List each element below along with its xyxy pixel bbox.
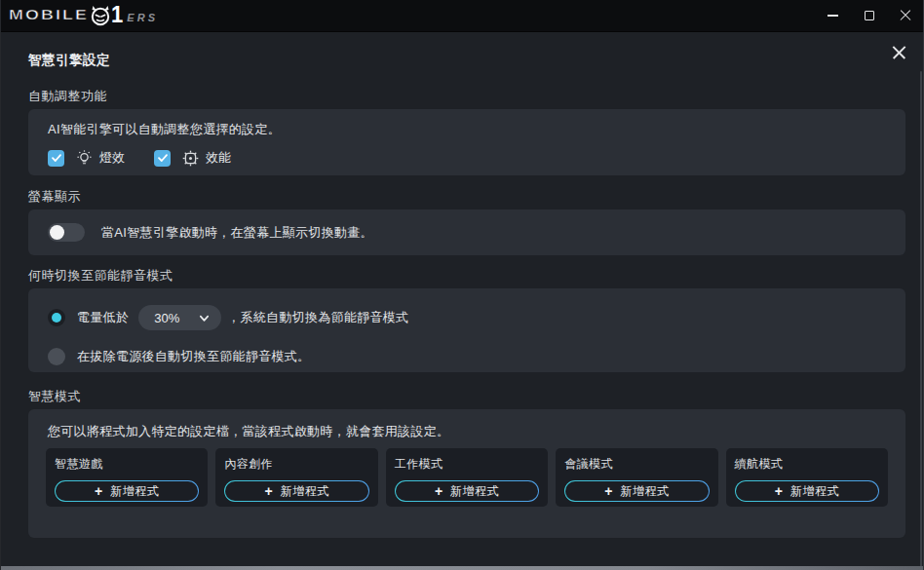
app-window: MOBILE 1 ERS 智慧引擎設定 — [0, 0, 924, 570]
card-content-creation: 內容創作 + 新增程式 — [215, 448, 377, 507]
add-program-label: 新增程式 — [110, 483, 159, 500]
auto-adjust-description: AI智能引擎可以自動調整您選擇的設定。 — [48, 121, 886, 137]
dialog-close-button[interactable] — [889, 43, 908, 62]
close-icon — [900, 10, 911, 21]
card-title: 內容創作 — [224, 456, 368, 473]
plus-icon: + — [604, 484, 612, 498]
battery-threshold-option: 電量低於 30% ，系統自動切換為節能靜音模式 — [48, 305, 886, 330]
add-program-label: 新增程式 — [281, 483, 329, 500]
chevron-down-icon — [198, 312, 211, 324]
card-smart-gaming: 智慧遊戲 + 新增程式 — [46, 448, 208, 507]
devil-face-icon — [88, 3, 113, 28]
maximize-button[interactable] — [851, 0, 887, 32]
performance-gear-icon — [182, 150, 199, 167]
plus-icon: + — [95, 484, 102, 498]
add-program-button-face: + 新增程式 — [56, 481, 198, 501]
smart-modes-description: 您可以將程式加入特定的設定檔，當該程式啟動時，就會套用該設定。 — [46, 423, 888, 439]
unplug-option: 在拔除電源後自動切換至節能靜音模式。 — [48, 348, 886, 365]
logo-text-one: 1 — [111, 4, 123, 26]
add-program-button-face: + 新增程式 — [565, 481, 708, 501]
minimize-icon — [828, 15, 838, 17]
battery-threshold-radio[interactable] — [48, 309, 65, 326]
auto-adjust-panel: AI智能引擎可以自動調整您選擇的設定。 — [28, 109, 905, 175]
page-title: 智慧引擎設定 — [28, 52, 110, 69]
section-header-power-saving: 何時切換至節能靜音模式 — [28, 267, 173, 285]
battery-level-dropdown[interactable]: 30% — [138, 305, 221, 330]
animation-toggle[interactable] — [48, 223, 85, 242]
lighting-checkbox[interactable] — [48, 150, 64, 167]
close-window-button[interactable] — [887, 0, 923, 32]
battery-level-value: 30% — [154, 311, 198, 325]
logo-text-main: MOBILE — [9, 8, 89, 24]
titlebar: MOBILE 1 ERS — [1, 0, 923, 32]
section-header-screen-display: 螢幕顯示 — [28, 188, 81, 206]
lighting-label: 燈效 — [99, 149, 125, 167]
card-title: 工作模式 — [395, 456, 539, 473]
add-program-label: 新增程式 — [621, 483, 670, 500]
add-program-label: 新增程式 — [450, 483, 499, 500]
screen-display-panel: 當AI智慧引擎啟動時，在螢幕上顯示切換動畫。 — [28, 209, 905, 255]
lightbulb-icon — [76, 150, 93, 167]
section-header-smart-modes: 智慧模式 — [28, 388, 81, 405]
plus-icon: + — [775, 484, 783, 498]
battery-threshold-prefix: 電量低於 — [77, 309, 129, 326]
minimize-button[interactable] — [815, 0, 851, 32]
smart-modes-panel: 您可以將程式加入特定的設定檔，當該程式啟動時，就會套用該設定。 智慧遊戲 + 新… — [28, 409, 905, 538]
add-program-button[interactable]: + 新增程式 — [395, 480, 539, 502]
toggle-knob — [50, 225, 64, 240]
add-program-button[interactable]: + 新增程式 — [564, 480, 709, 502]
window-bottom-edge — [1, 566, 923, 570]
smart-engine-settings-dialog: 智慧引擎設定 自動調整功能 AI智能引擎可以自動調整您選擇的設定。 — [1, 32, 923, 566]
mobile01-logo: MOBILE 1 ERS — [11, 4, 158, 27]
unplug-radio[interactable] — [48, 348, 65, 365]
plus-icon: + — [435, 484, 443, 498]
add-program-button[interactable]: + 新增程式 — [735, 480, 879, 502]
section-header-auto-adjust: 自動調整功能 — [28, 88, 107, 105]
add-program-button[interactable]: + 新增程式 — [224, 480, 368, 502]
window-controls — [815, 0, 923, 32]
check-icon — [157, 152, 169, 164]
radio-dot — [52, 313, 61, 323]
card-title: 智慧遊戲 — [55, 456, 199, 473]
card-work-mode: 工作模式 + 新增程式 — [386, 448, 548, 507]
close-icon — [892, 46, 905, 59]
power-saving-panel: 電量低於 30% ，系統自動切換為節能靜音模式 在拔除電源後自動切換至節能靜音模… — [28, 288, 905, 372]
performance-checkbox[interactable] — [154, 150, 171, 167]
battery-threshold-suffix: ，系統自動切換為節能靜音模式 — [227, 309, 408, 326]
performance-label: 效能 — [206, 149, 231, 167]
add-program-button-face: + 新增程式 — [736, 481, 878, 501]
check-icon — [51, 152, 62, 164]
card-battery-mode: 續航模式 + 新增程式 — [726, 448, 888, 507]
add-program-button-face: + 新增程式 — [225, 481, 367, 501]
auto-adjust-options: 燈效 — [48, 149, 886, 167]
unplug-label: 在拔除電源後自動切換至節能靜音模式。 — [77, 348, 310, 365]
card-title: 會議模式 — [564, 456, 709, 473]
scrollbar[interactable] — [920, 71, 922, 568]
smart-mode-cards: 智慧遊戲 + 新增程式 內容創作 + 新增程式 — [46, 448, 888, 507]
add-program-button-face: + 新增程式 — [396, 481, 538, 501]
add-program-button[interactable]: + 新增程式 — [55, 480, 199, 502]
add-program-label: 新增程式 — [790, 483, 839, 500]
maximize-icon — [865, 11, 874, 20]
logo-text-suffix: ERS — [127, 12, 158, 23]
animation-toggle-label: 當AI智慧引擎啟動時，在螢幕上顯示切換動畫。 — [101, 224, 373, 241]
plus-icon: + — [265, 484, 273, 498]
card-title: 續航模式 — [735, 456, 879, 473]
card-meeting-mode: 會議模式 + 新增程式 — [556, 448, 717, 507]
